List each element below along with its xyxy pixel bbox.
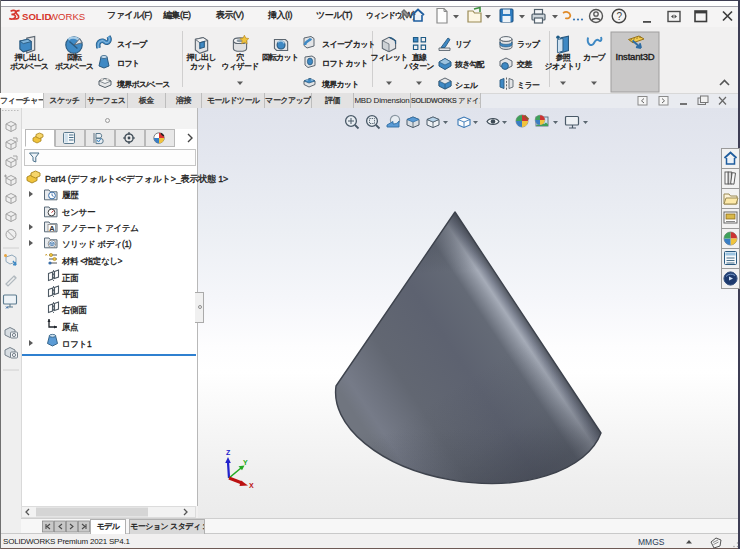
svg-text:A: A (49, 224, 55, 233)
svg-text:Z: Z (226, 449, 231, 456)
svg-text:X: X (249, 482, 254, 489)
svg-text:Y: Y (243, 459, 248, 466)
svg-text:SOLID: SOLID (22, 11, 51, 22)
svg-text:?: ? (616, 11, 622, 22)
svg-text:WORKS: WORKS (49, 11, 85, 22)
